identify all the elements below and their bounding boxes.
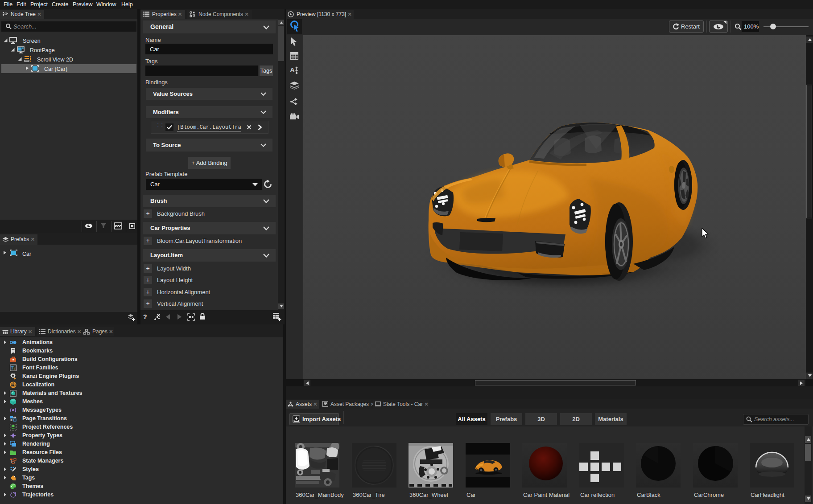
svg-text:A: A	[290, 66, 295, 74]
svg-text:T: T	[14, 367, 17, 371]
